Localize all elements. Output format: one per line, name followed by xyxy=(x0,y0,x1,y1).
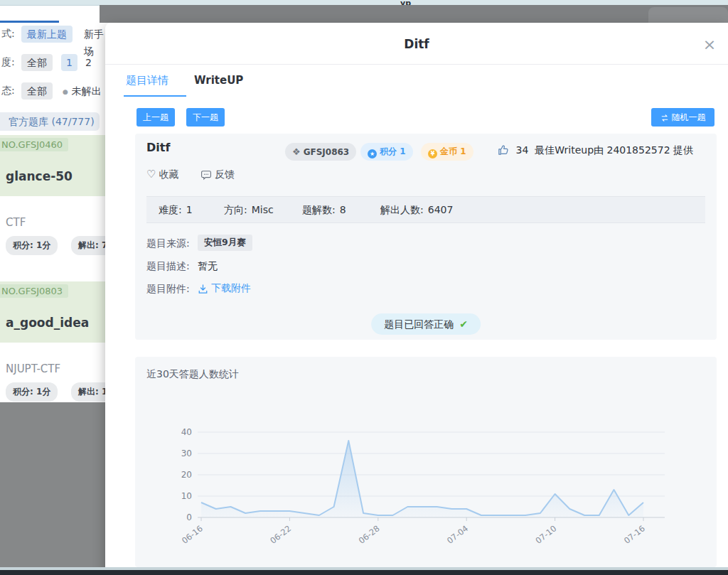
challenge-card[interactable]: NO.GFSJ0803 a_good_idea NJUPT-CTF 积分: 1分… xyxy=(0,281,107,407)
attachment-label: 题目附件: xyxy=(146,283,190,296)
official-library-tab[interactable]: 官方题库 (47/777) xyxy=(0,112,100,131)
answer-trend-chart: 01020304006-1606-2206-2807-0407-1007-16 xyxy=(135,404,717,567)
random-question-button[interactable]: 随机一题 xyxy=(651,108,714,127)
next-question-button[interactable]: 下一题 xyxy=(186,108,225,127)
filter-option-1[interactable]: 1 xyxy=(61,54,77,71)
filter-label: 式: xyxy=(1,28,15,41)
active-tab-underline xyxy=(124,95,186,97)
likes-writeup-credit: 34 最佳Writeup由 2401852572 提供 xyxy=(497,144,693,157)
filter-option-unsolved[interactable]: ●未解出 xyxy=(63,82,102,100)
challenge-category: NJUPT-CTF xyxy=(6,362,60,375)
svg-text:07-16: 07-16 xyxy=(622,523,647,546)
feedback-bubble-icon xyxy=(200,169,212,181)
overlay-left-bottom xyxy=(0,402,105,575)
filter-option-newbie[interactable]: 新手场 xyxy=(84,26,107,43)
svg-text:07-04: 07-04 xyxy=(445,523,470,546)
screen: yp 式: 最新上题 新手场 度: 全部 1 2 态: 全部 ●未解出 官方题库… xyxy=(0,0,728,575)
filter-row-status: 态: 全部 ●未解出 xyxy=(0,82,107,100)
filter-row-mode: 式: 最新上题 新手场 xyxy=(0,26,107,43)
stat-difficulty: 难度:1 xyxy=(159,197,193,222)
answer-trend-panel: 近30天答题人数统计 01020304006-1606-2206-2807-04… xyxy=(135,357,717,567)
favorite-button[interactable]: ♡收藏 xyxy=(146,168,178,180)
dialog-title: Ditf xyxy=(105,37,728,51)
download-attachment-link[interactable]: 下载附件 xyxy=(198,282,251,295)
description-label: 题目描述: xyxy=(146,260,190,273)
svg-text:30: 30 xyxy=(181,448,192,458)
challenge-number-badge: NO.GFSJ0460 xyxy=(0,138,68,151)
challenge-id-badge: ❖GFSJ0863 xyxy=(285,143,356,161)
filter-option-all[interactable]: 全部 xyxy=(21,54,53,71)
source-label: 题目来源: xyxy=(146,237,190,250)
svg-text:07-10: 07-10 xyxy=(533,523,558,546)
dimmed-search-box xyxy=(648,7,728,23)
score-pill: 积分: 1分 xyxy=(6,382,58,402)
solved-banner: 题目已回答正确✔ xyxy=(371,313,481,335)
bottom-edge-bar xyxy=(0,570,728,575)
feedback-button[interactable]: 反馈 xyxy=(200,168,235,180)
filter-option-latest[interactable]: 最新上题 xyxy=(21,26,73,43)
source-tag: 安恒9月赛 xyxy=(198,235,252,251)
stat-writeup-count: 题解数:8 xyxy=(302,197,346,222)
svg-text:20: 20 xyxy=(181,470,192,480)
score-badge: ★积分 1 xyxy=(360,143,413,161)
dot-icon: ● xyxy=(63,88,68,95)
filter-label: 态: xyxy=(1,85,15,97)
challenge-card[interactable]: NO.GFSJ0460 glance-50 CTF 积分: 1分 解出: 700… xyxy=(0,135,107,260)
close-icon[interactable]: × xyxy=(700,36,719,55)
dialog-header: Ditf × xyxy=(105,23,728,65)
svg-text:0: 0 xyxy=(186,512,192,522)
chart-title: 近30天答题人数统计 xyxy=(146,368,239,381)
actions-row: ♡收藏 反馈 xyxy=(146,168,253,181)
stats-band: 难度:1 方向:Misc 题解数:8 解出人数:6407 xyxy=(146,196,705,223)
svg-text:40: 40 xyxy=(181,427,192,437)
coin-badge: ¥金币 1 xyxy=(421,143,473,161)
svg-text:10: 10 xyxy=(181,491,192,501)
challenge-details-panel: Ditf ❖GFSJ0863 ★积分 1 ¥金币 1 34 最佳Writeup由… xyxy=(135,134,717,340)
filter-row-difficulty: 度: 全部 1 2 xyxy=(0,54,107,71)
challenge-dialog: Ditf × 题目详情 WriteUP 上一题 下一题 随机一题 Ditf ❖G… xyxy=(105,23,728,575)
challenge-title: glance-50 xyxy=(6,169,73,183)
platform-logo-icon: ❖ xyxy=(292,146,301,157)
challenge-name: Ditf xyxy=(146,141,170,154)
modal-overlay-top xyxy=(100,5,728,23)
heart-icon: ♡ xyxy=(146,168,156,181)
filter-label: 度: xyxy=(1,56,15,69)
check-icon: ✔ xyxy=(459,318,468,330)
challenge-title: a_good_idea xyxy=(6,316,89,330)
prev-question-button[interactable]: 上一题 xyxy=(136,108,175,127)
stat-solver-count: 解出人数:6407 xyxy=(380,197,453,222)
svg-text:06-28: 06-28 xyxy=(357,523,382,546)
challenge-category: CTF xyxy=(6,216,26,229)
challenge-number-badge: NO.GFSJ0803 xyxy=(0,284,68,298)
thumbs-up-icon[interactable] xyxy=(497,144,510,156)
shuffle-icon xyxy=(660,114,669,122)
download-icon xyxy=(198,284,208,294)
gold-coin-icon: ¥ xyxy=(428,149,437,158)
score-star-icon: ★ xyxy=(368,149,377,158)
stat-direction: 方向:Misc xyxy=(224,197,274,222)
description-value: 暂无 xyxy=(198,260,218,273)
filter-option-all[interactable]: 全部 xyxy=(21,82,53,100)
svg-text:06-22: 06-22 xyxy=(268,523,293,546)
page-active-tab-underline xyxy=(0,21,59,23)
tab-writeup[interactable]: WriteUP xyxy=(194,74,243,87)
tab-challenge-details[interactable]: 题目详情 xyxy=(126,74,168,87)
filter-option-2[interactable]: 2 xyxy=(85,54,92,71)
score-pill: 积分: 1分 xyxy=(6,236,58,255)
svg-text:06-16: 06-16 xyxy=(180,523,205,546)
